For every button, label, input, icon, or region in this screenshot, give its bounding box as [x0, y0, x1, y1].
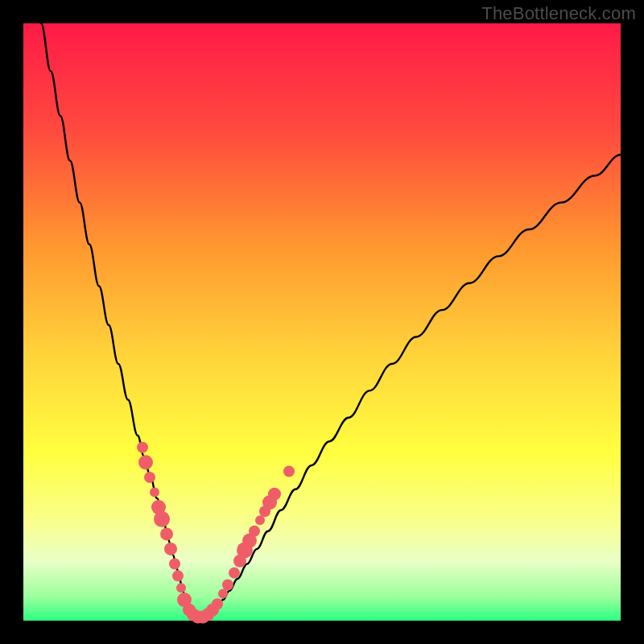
chart-frame: TheBottleneck.com: [0, 0, 644, 644]
data-marker: [164, 543, 177, 555]
data-marker: [169, 559, 180, 570]
data-marker: [172, 570, 184, 581]
curve-svg: [23, 23, 621, 621]
data-marker: [150, 487, 159, 497]
data-marker: [222, 579, 233, 590]
data-marker: [154, 511, 170, 527]
data-marker: [283, 466, 295, 477]
data-marker: [144, 472, 155, 483]
data-marker: [229, 568, 240, 579]
data-marker: [249, 526, 260, 537]
bottleneck-curve: [41, 23, 621, 617]
data-marker: [160, 527, 173, 540]
data-marker: [176, 583, 186, 592]
watermark-text: TheBottleneck.com: [481, 3, 636, 24]
data-marker: [255, 515, 265, 525]
data-marker: [212, 598, 223, 609]
plot-area: [23, 23, 621, 621]
data-marker: [268, 488, 281, 501]
data-marker: [218, 589, 228, 599]
data-marker: [138, 455, 153, 469]
data-marker: [137, 442, 148, 453]
